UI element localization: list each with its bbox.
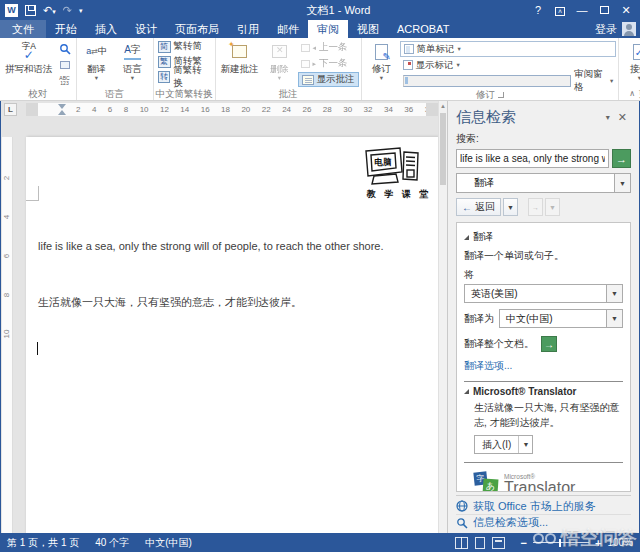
hanging-indent-marker[interactable]: [58, 110, 66, 115]
translation-section-header[interactable]: 翻译: [464, 230, 623, 244]
tab-审阅[interactable]: 审阅: [308, 20, 348, 38]
minimize-icon[interactable]: —: [571, 0, 593, 20]
redo-icon[interactable]: ↷: [63, 5, 72, 16]
document-area: L 246810121416182022242628303234363840 2…: [1, 101, 447, 533]
tab-视图[interactable]: 视图: [348, 20, 388, 38]
tab-stop-selector[interactable]: L: [4, 103, 17, 116]
proofing-group-label: 校对: [28, 88, 47, 100]
translation-result[interactable]: 生活就像一只大海, 只有坚强的意志, 才能到达彼岸。: [474, 401, 622, 430]
display-for-review-combo[interactable]: 简单标记 ▾: [400, 41, 617, 57]
scrollbar-thumb[interactable]: [440, 113, 446, 185]
forward-button[interactable]: →: [528, 198, 543, 216]
page-indicator[interactable]: 第 1 页，共 1 页: [7, 536, 79, 550]
forward-dropdown-icon[interactable]: ▼: [545, 198, 560, 216]
track-changes-button[interactable]: ✎ 修订 ▾: [364, 39, 400, 81]
zoom-slider[interactable]: [533, 542, 589, 543]
chevron-down-icon[interactable]: ▼: [606, 285, 622, 302]
ruler-number: 4: [92, 103, 96, 116]
ribbon-display-options-icon[interactable]: ˄: [549, 0, 571, 20]
previous-comment-button[interactable]: ◂ 上一条: [298, 40, 359, 55]
pane-close-icon[interactable]: ✕: [614, 111, 631, 124]
collapse-triangle-icon: [464, 235, 469, 240]
tab-邮件[interactable]: 邮件: [268, 20, 308, 38]
chevron-down-icon[interactable]: ▼: [518, 436, 532, 453]
zoom-level[interactable]: 100%: [607, 537, 633, 548]
undo-icon[interactable]: ↶▾: [43, 5, 56, 16]
close-icon[interactable]: ✕: [615, 0, 637, 20]
read-mode-icon[interactable]: [455, 537, 468, 549]
language-indicator[interactable]: 中文(中国): [145, 536, 192, 550]
start-search-button[interactable]: →: [612, 149, 631, 168]
account-avatar[interactable]: [622, 22, 636, 36]
from-language-combo[interactable]: 英语(美国) ▼: [464, 284, 623, 303]
insert-button[interactable]: 插入(I) ▼: [474, 435, 533, 454]
office-marketplace-link[interactable]: 获取 Office 市场上的服务: [456, 498, 631, 514]
scroll-up-icon[interactable]: ▲: [439, 101, 447, 112]
text-cursor: [37, 342, 38, 355]
tab-ACROBAT[interactable]: ACROBAT: [388, 20, 458, 38]
ribbon-tabs: 文件开始插入设计页面布局引用邮件审阅视图ACROBAT 登录: [0, 20, 640, 38]
pane-menu-icon[interactable]: ▾: [602, 113, 614, 122]
delete-comment-button[interactable]: ✕ 删除 ▾: [262, 39, 298, 81]
tracking-dialog-launcher[interactable]: [498, 92, 504, 98]
dropdown-icon: ▾: [95, 74, 98, 81]
collapse-ribbon-button[interactable]: ∧: [629, 89, 635, 98]
zoom-in-icon[interactable]: +: [595, 537, 601, 549]
translator-section-header[interactable]: Microsoft® Translator: [464, 386, 623, 397]
tab-引用[interactable]: 引用: [228, 20, 268, 38]
first-line-indent-marker[interactable]: [58, 104, 66, 109]
horizontal-ruler[interactable]: 246810121416182022242628303234363840: [26, 103, 438, 116]
translator-logo-icon: 字あ: [474, 472, 499, 492]
tab-插入[interactable]: 插入: [86, 20, 126, 38]
search-input[interactable]: [456, 149, 609, 168]
back-button[interactable]: ←返回: [456, 198, 501, 216]
translate-button[interactable]: a⇄中 翻译 ▾: [79, 39, 115, 81]
save-icon[interactable]: [25, 5, 36, 16]
convert-with-options-button[interactable]: 转 简繁转换: [156, 69, 213, 84]
translator-brand: 字あ Microsoft® Translator: [474, 472, 623, 492]
research-options-link[interactable]: 信息检索选项...: [456, 514, 631, 530]
print-layout-icon[interactable]: [475, 537, 485, 549]
dropdown-icon: ▾: [380, 74, 383, 81]
traditional-to-simplified-button[interactable]: 简 繁转简: [156, 39, 205, 54]
tab-页面布局[interactable]: 页面布局: [166, 20, 228, 38]
document-page[interactable]: 电脑 教 学 课 堂 life is like a sea, only the …: [26, 137, 438, 533]
vertical-ruler[interactable]: 246810: [1, 118, 14, 533]
word-count-icon: ABC123: [59, 76, 69, 86]
to-language-combo[interactable]: 中文(中国) ▼: [499, 309, 623, 328]
stamp-image[interactable]: 电脑 教 学 课 堂: [362, 146, 436, 201]
search-icon: [59, 43, 71, 55]
show-comments-button[interactable]: 显示批注: [298, 72, 359, 87]
accept-button[interactable]: ✓ 接受 ▾: [621, 39, 640, 81]
reviewing-pane-button[interactable]: 审阅窗格 ▾: [400, 73, 617, 89]
tab-文件[interactable]: 文件: [0, 20, 46, 38]
tab-开始[interactable]: 开始: [46, 20, 86, 38]
help-icon[interactable]: ?: [527, 0, 549, 20]
web-layout-icon[interactable]: [492, 537, 505, 549]
zoom-slider-thumb[interactable]: [559, 539, 561, 547]
word-count-button[interactable]: ABC123: [56, 73, 74, 88]
spelling-grammar-button[interactable]: 字A✓ 拼写和语法: [2, 39, 56, 74]
word-count-indicator[interactable]: 40 个字: [95, 536, 129, 550]
sign-in[interactable]: 登录: [595, 20, 640, 38]
document-english-text[interactable]: life is like a sea, only the strong will…: [38, 240, 383, 252]
next-comment-button[interactable]: ▸ 下一条: [298, 56, 359, 71]
customize-qat-icon[interactable]: ▾: [79, 7, 83, 14]
thesaurus-button[interactable]: [56, 57, 74, 72]
back-dropdown-icon[interactable]: ▼: [503, 198, 518, 216]
document-chinese-text[interactable]: 生活就像一只大海，只有坚强的意志，才能到达彼岸。: [38, 295, 302, 310]
markup-state-icon: [404, 44, 414, 54]
new-comment-button[interactable]: ✦ 新建批注: [218, 39, 262, 74]
translate-document-button[interactable]: →: [541, 336, 557, 352]
zoom-out-icon[interactable]: −: [521, 537, 527, 549]
ruler-number: 32: [364, 103, 373, 116]
chevron-down-icon[interactable]: ▼: [614, 174, 630, 192]
tab-设计[interactable]: 设计: [126, 20, 166, 38]
language-button[interactable]: A字 语言 ▾: [115, 39, 151, 81]
translation-options-link[interactable]: 翻译选项...: [464, 359, 623, 373]
maximize-icon[interactable]: [593, 0, 615, 20]
research-button[interactable]: [56, 41, 74, 56]
search-scope-combo[interactable]: 翻译 ▼: [456, 173, 631, 193]
vertical-scrollbar[interactable]: ▲: [438, 101, 447, 533]
chevron-down-icon[interactable]: ▼: [606, 310, 622, 327]
